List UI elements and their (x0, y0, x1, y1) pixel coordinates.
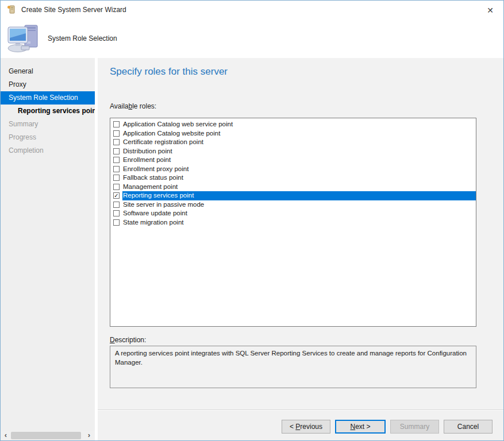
titlebar: Create Site System Server Wizard ✕ (1, 1, 503, 19)
sidebar-item-progress: Progress (1, 131, 95, 144)
role-label: Site server in passive mode (122, 200, 476, 210)
close-button[interactable]: ✕ (485, 5, 495, 16)
role-row-software-update-point[interactable]: Software update point (110, 209, 476, 218)
role-label: Reporting services point (122, 191, 476, 200)
label-text: le roles: (132, 102, 156, 110)
previous-button[interactable]: < Previous (282, 420, 330, 434)
sidebar-horizontal-scrollbar[interactable]: ‹ › (1, 431, 95, 440)
checkbox-unchecked-icon[interactable] (113, 130, 120, 137)
checkbox-unchecked-icon[interactable] (113, 219, 120, 226)
checkbox-unchecked-icon[interactable] (113, 175, 120, 181)
role-row-state-migration-point[interactable]: State migration point (110, 218, 476, 227)
checkbox-unchecked-icon[interactable] (113, 139, 120, 145)
wizard-window: Create Site System Server Wizard ✕ Syste… (0, 0, 504, 441)
sidebar-nav: GeneralProxySystem Role SelectionReporti… (1, 58, 95, 431)
main-pane: Specify roles for this server Available … (98, 58, 503, 440)
role-label: Software update point (122, 209, 476, 218)
available-roles-label: Available roles: (110, 102, 156, 110)
role-row-distribution-point[interactable]: Distribution point (110, 147, 476, 156)
role-row-enrollment-proxy-point[interactable]: Enrollment proxy point (110, 165, 476, 174)
sidebar-item-system-role-selection[interactable]: System Role Selection (1, 91, 95, 105)
role-row-certificate-registration-point[interactable]: Certificate registration point (110, 138, 476, 147)
left-column: GeneralProxySystem Role SelectionReporti… (1, 58, 95, 440)
role-row-site-server-in-passive-mode[interactable]: Site server in passive mode (110, 200, 476, 210)
scroll-left-arrow-icon[interactable]: ‹ (1, 431, 10, 440)
role-row-reporting-services-point[interactable]: ✓Reporting services point (110, 191, 476, 200)
summary-button: Summary (390, 420, 439, 434)
cancel-button[interactable]: Cancel (444, 420, 493, 434)
checkbox-unchecked-icon[interactable] (113, 148, 120, 154)
checkbox-unchecked-icon[interactable] (113, 157, 120, 163)
checkbox-checked-icon[interactable]: ✓ (113, 192, 120, 199)
app-icon (7, 5, 16, 14)
role-row-fallback-status-point[interactable]: Fallback status point (110, 173, 476, 183)
role-label: Enrollment point (122, 156, 476, 165)
role-label: Application Catalog website point (122, 129, 476, 138)
roles-listbox[interactable]: Application Catalog web service pointApp… (110, 118, 476, 327)
label-text: Availa (110, 102, 128, 110)
role-label: Management point (122, 183, 476, 192)
checkbox-unchecked-icon[interactable] (113, 202, 120, 208)
role-row-application-catalog-web-service-point[interactable]: Application Catalog web service point (110, 120, 476, 129)
checkbox-unchecked-icon[interactable] (113, 184, 120, 190)
role-row-management-point[interactable]: Management point (110, 183, 476, 192)
sidebar-item-proxy[interactable]: Proxy (1, 78, 95, 91)
label-text: escription: (115, 336, 147, 344)
sidebar-item-reporting-services-point[interactable]: Reporting services point (1, 105, 95, 118)
label-accesskey: D (110, 336, 115, 344)
role-row-enrollment-point[interactable]: Enrollment point (110, 156, 476, 165)
computer-workstation-icon (7, 24, 40, 53)
next-button[interactable]: Next > (335, 420, 386, 434)
window-title: Create Site System Server Wizard (21, 6, 126, 14)
role-label: Enrollment proxy point (122, 165, 476, 174)
wizard-body: GeneralProxySystem Role SelectionReporti… (1, 58, 503, 440)
page-title: Specify roles for this server (110, 66, 228, 78)
role-label: Application Catalog web service point (122, 120, 476, 129)
sidebar-item-summary: Summary (1, 118, 95, 131)
checkbox-unchecked-icon[interactable] (113, 210, 120, 216)
role-label: Distribution point (122, 147, 476, 156)
scrollbar-thumb[interactable] (11, 432, 81, 439)
role-row-application-catalog-website-point[interactable]: Application Catalog website point (110, 129, 476, 138)
description-label: Description: (110, 336, 146, 344)
footer-buttons: < PreviousNext >SummaryCancel (98, 409, 503, 440)
sidebar-item-general[interactable]: General (1, 65, 95, 78)
role-label: State migration point (122, 218, 476, 227)
role-label: Certificate registration point (122, 138, 476, 147)
sidebar-item-completion: Completion (1, 144, 95, 157)
wizard-step-title: System Role Selection (48, 34, 117, 42)
checkbox-unchecked-icon[interactable] (113, 166, 120, 172)
checkbox-unchecked-icon[interactable] (113, 121, 120, 127)
scroll-right-arrow-icon[interactable]: › (84, 431, 94, 440)
wizard-header: System Role Selection (1, 19, 503, 58)
description-box: A reporting services point integrates wi… (110, 346, 476, 388)
role-label: Fallback status point (122, 173, 476, 183)
